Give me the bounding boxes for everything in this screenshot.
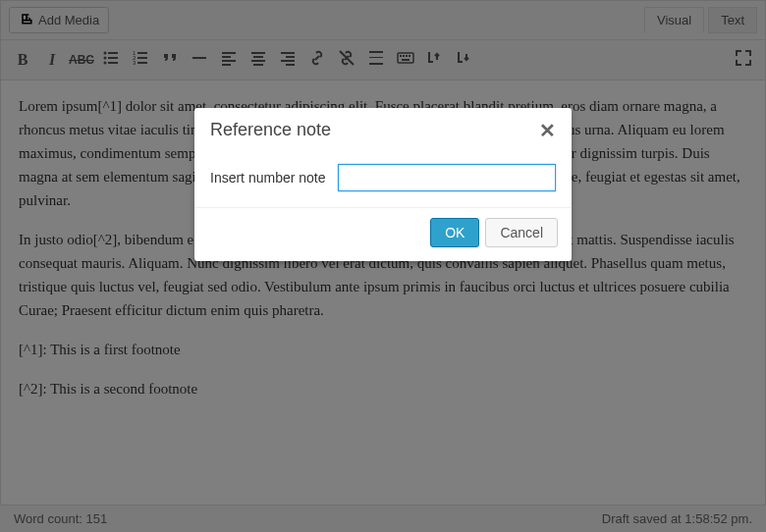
note-number-input[interactable] <box>338 164 556 191</box>
reference-note-dialog: Reference note ✕ Insert number note OK C… <box>194 108 572 261</box>
ok-button[interactable]: OK <box>430 218 479 247</box>
close-icon[interactable]: ✕ <box>539 121 556 140</box>
modal-overlay: Reference note ✕ Insert number note OK C… <box>0 0 766 532</box>
cancel-button[interactable]: Cancel <box>485 218 558 247</box>
dialog-label: Insert number note <box>210 170 326 186</box>
dialog-title: Reference note <box>210 120 331 140</box>
